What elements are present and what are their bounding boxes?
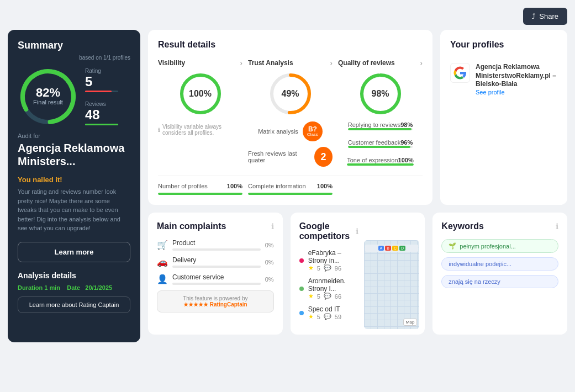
analysis-details-title: Analysis details	[18, 271, 130, 280]
trust-title: Trust Analysis	[248, 59, 293, 67]
rating-value: 5	[85, 74, 118, 89]
based-on-label: based on 1/1 profiles	[18, 55, 130, 61]
share-icon: ⤴	[532, 12, 536, 20]
rating-label: Rating	[85, 68, 118, 74]
visibility-metric: Visibility › 100% ℹ Visibili	[158, 59, 242, 167]
num-profiles-value: 100%	[227, 183, 242, 189]
reviews-icon-2: 💬	[324, 293, 331, 300]
replying-row: Replying to reviews 98%	[348, 120, 413, 130]
feedback-value: 96%	[400, 139, 413, 146]
keyword-2: znają się na rzeczy	[441, 275, 558, 288]
service-label: Customer service	[172, 273, 261, 281]
profile-info: Agencja Reklamowa MinisterstwoReklamy.pl…	[476, 63, 557, 96]
analysis-meta: Duration 1 min Date 20/1/2025	[18, 284, 130, 291]
visibility-value: 100%	[189, 89, 212, 99]
keywords-card: Keywords ℹ 🌱 pełnym profesjonal... indyw…	[432, 213, 567, 335]
star-icon-3: ★	[308, 313, 314, 320]
trust-metric: Trust Analysis › 49% Matrix analysis	[248, 59, 333, 167]
trust-chevron[interactable]: ›	[330, 59, 333, 67]
replying-label: Replying to reviews	[348, 121, 400, 128]
tone-row: Tone of expression 100%	[347, 156, 413, 166]
tone-value: 100%	[398, 157, 414, 163]
visibility-note: ℹ Visibility variable always considers a…	[158, 124, 242, 136]
complaint-product: 🛒 Product 0%	[157, 239, 274, 251]
complete-value: 100%	[317, 183, 333, 189]
competitor-dot-2	[299, 287, 304, 291]
leaf-icon: 🌱	[449, 242, 456, 250]
info-dot: ℹ	[158, 127, 160, 133]
see-profile-link[interactable]: See profile	[476, 89, 557, 96]
quality-value: 98%	[371, 89, 389, 99]
competitor-1: eFabryka – Strony in... ★ 5 💬 96	[299, 249, 359, 272]
nailed-it-desc: Your rating and reviews number look pret…	[18, 187, 130, 233]
complete-col: Complete information 100%	[248, 183, 333, 195]
final-percent: 82%	[33, 87, 63, 99]
keyword-1: indywidualne podejśc...	[441, 257, 558, 271]
competitors-title: Google competitors	[299, 221, 356, 241]
competitor-name-2: Aronmeiden. Strony l...	[308, 277, 359, 293]
competitors-info-icon[interactable]: ℹ	[356, 227, 358, 236]
profile-item: Agencja Reklamowa MinisterstwoReklamy.pl…	[450, 59, 557, 100]
star-icon-2: ★	[308, 293, 314, 300]
complaints-title: Main complaints	[157, 221, 226, 231]
learn-more-rc-button[interactable]: Learn more about Rating Captain	[18, 296, 130, 313]
fresh-label: Fresh reviews last quater	[248, 150, 310, 163]
summary-title: Summary	[18, 40, 63, 51]
visibility-chevron[interactable]: ›	[240, 59, 242, 67]
competitors-card: Google competitors ℹ eFabryka – Strony i…	[291, 213, 425, 335]
quality-chevron[interactable]: ›	[420, 59, 423, 67]
tone-label: Tone of expression	[347, 157, 398, 163]
competitor-dot-1	[299, 258, 304, 263]
reviews-value: 48	[85, 107, 118, 123]
keywords-title: Keywords	[441, 221, 483, 231]
fresh-reviews-row: Fresh reviews last quater 2	[248, 146, 333, 167]
quality-gauge: 98%	[358, 72, 403, 116]
final-result-gauge: 82% Final result	[18, 66, 78, 127]
matrix-badge: B? Class	[303, 121, 323, 141]
share-button[interactable]: ⤴ Share	[523, 8, 567, 25]
replying-value: 98%	[400, 121, 413, 128]
complaints-info-icon[interactable]: ℹ	[271, 222, 274, 231]
keywords-info-icon[interactable]: ℹ	[556, 222, 558, 231]
trust-value: 49%	[281, 89, 299, 99]
product-label: Product	[172, 239, 261, 247]
right-panel: Result details Visibility ›	[148, 30, 567, 335]
map-visual: A B C D Map	[364, 240, 419, 329]
main-complaints-card: Main complaints ℹ 🛒 Product 0% 🚗 Deliver…	[148, 213, 283, 335]
competitor-name-1: eFabryka – Strony in...	[308, 249, 359, 264]
competitor-3: Spec od IT ★ 5 💬 59	[299, 305, 359, 320]
num-profiles-label: Number of profiles	[158, 183, 208, 189]
audit-name: Agencja Reklamowa Ministers...	[18, 141, 130, 168]
competitor-2: Aronmeiden. Strony l... ★ 5 💬 66	[299, 277, 359, 300]
complete-label: Complete information	[248, 183, 306, 189]
nailed-it-title: You nailed it!	[18, 176, 130, 184]
product-icon: 🛒	[157, 240, 168, 250]
delivery-pct: 0%	[265, 259, 274, 266]
google-logo	[450, 63, 470, 83]
final-label: Final result	[33, 99, 63, 106]
result-details-title: Result details	[158, 40, 423, 50]
feedback-label: Customer feedback	[348, 139, 400, 146]
matrix-row: Matrix analysis B? Class	[258, 120, 323, 141]
profiles-card: Your profiles Agencja Reklamowa Minister…	[440, 30, 567, 205]
trust-gauge: 49%	[268, 72, 313, 116]
powered-by-box: This feature is powered by ★★★★★ RatingC…	[157, 290, 274, 312]
delivery-label: Delivery	[172, 256, 261, 264]
learn-more-button[interactable]: Learn more	[18, 242, 130, 262]
service-pct: 0%	[265, 276, 274, 283]
visibility-title: Visibility	[158, 59, 185, 67]
quality-metric: Quality of reviews › 98%	[338, 59, 423, 167]
delivery-icon: 🚗	[157, 257, 168, 267]
matrix-label: Matrix analysis	[258, 128, 298, 135]
reviews-label: Reviews	[85, 101, 118, 107]
service-icon: 👤	[157, 274, 168, 284]
complaint-service: 👤 Customer service 0%	[157, 273, 274, 285]
feedback-row: Customer feedback 96%	[348, 138, 413, 148]
profile-name: Agencja Reklamowa MinisterstwoReklamy.pl…	[476, 63, 557, 89]
visibility-gauge: 100%	[178, 72, 223, 116]
reviews-icon-3: 💬	[324, 313, 331, 320]
competitor-name-3: Spec od IT	[308, 305, 359, 313]
quality-title: Quality of reviews	[338, 59, 395, 67]
fresh-badge: 2	[314, 147, 333, 167]
reviews-icon-1: 💬	[324, 264, 331, 272]
